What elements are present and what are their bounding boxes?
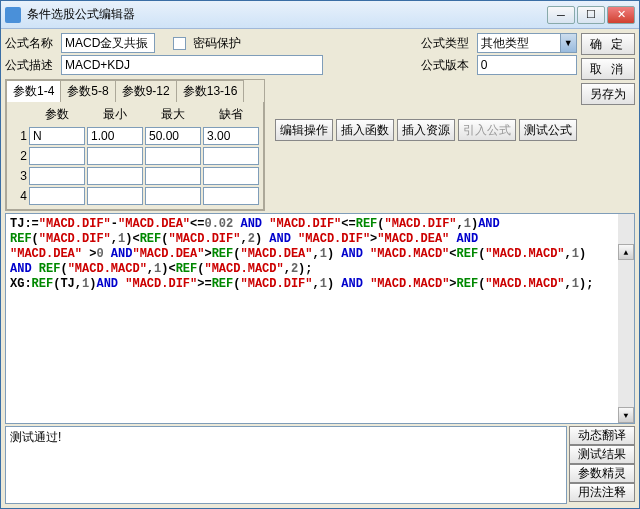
param-header: 参数 bbox=[29, 106, 85, 125]
param-rownum: 2 bbox=[11, 149, 27, 163]
param-min-input[interactable] bbox=[87, 147, 143, 165]
param-min-input[interactable] bbox=[87, 127, 143, 145]
param-tab[interactable]: 参数9-12 bbox=[115, 80, 177, 102]
param-min-input[interactable] bbox=[87, 167, 143, 185]
test-formula-button[interactable]: 测试公式 bbox=[519, 119, 577, 141]
param-tab[interactable]: 参数13-16 bbox=[176, 80, 245, 102]
scroll-up-icon[interactable]: ▲ bbox=[618, 244, 634, 260]
param-rownum: 4 bbox=[11, 189, 27, 203]
param-rownum: 3 bbox=[11, 169, 27, 183]
param-wizard-button[interactable]: 参数精灵 bbox=[569, 464, 635, 483]
param-def-input[interactable] bbox=[203, 167, 259, 185]
edit-op-button[interactable]: 编辑操作 bbox=[275, 119, 333, 141]
param-max-input[interactable] bbox=[145, 167, 201, 185]
minimize-button[interactable]: ─ bbox=[547, 6, 575, 24]
param-header: 最小 bbox=[87, 106, 143, 125]
scrollbar[interactable]: ▲ ▼ bbox=[618, 214, 634, 423]
dynamic-translate-button[interactable]: 动态翻译 bbox=[569, 426, 635, 445]
maximize-button[interactable]: ☐ bbox=[577, 6, 605, 24]
code-editor[interactable]: TJ:="MACD.DIF"-"MACD.DEA"<=0.02 AND "MAC… bbox=[5, 213, 635, 424]
name-input[interactable] bbox=[61, 33, 155, 53]
import-formula-button[interactable]: 引入公式 bbox=[458, 119, 516, 141]
type-label: 公式类型 bbox=[421, 35, 473, 52]
password-checkbox[interactable] bbox=[173, 37, 186, 50]
param-max-input[interactable] bbox=[145, 127, 201, 145]
version-input[interactable] bbox=[477, 55, 577, 75]
cancel-button[interactable]: 取 消 bbox=[581, 58, 635, 80]
param-tab[interactable]: 参数5-8 bbox=[60, 80, 115, 102]
scroll-down-icon[interactable]: ▼ bbox=[618, 407, 634, 423]
param-max-input[interactable] bbox=[145, 187, 201, 205]
close-button[interactable]: ✕ bbox=[607, 6, 635, 24]
name-label: 公式名称 bbox=[5, 35, 57, 52]
param-header: 最大 bbox=[145, 106, 201, 125]
desc-label: 公式描述 bbox=[5, 57, 57, 74]
param-name-input[interactable] bbox=[29, 127, 85, 145]
editor-window: 条件选股公式编辑器 ─ ☐ ✕ 公式名称 密码保护 公式类型 ▼ bbox=[0, 0, 640, 509]
param-name-input[interactable] bbox=[29, 147, 85, 165]
param-def-input[interactable] bbox=[203, 147, 259, 165]
insert-func-button[interactable]: 插入函数 bbox=[336, 119, 394, 141]
param-tab[interactable]: 参数1-4 bbox=[6, 80, 61, 102]
usage-note-button[interactable]: 用法注释 bbox=[569, 483, 635, 502]
version-label: 公式版本 bbox=[421, 57, 473, 74]
param-name-input[interactable] bbox=[29, 167, 85, 185]
app-icon bbox=[5, 7, 21, 23]
param-def-input[interactable] bbox=[203, 187, 259, 205]
window-title: 条件选股公式编辑器 bbox=[27, 6, 547, 23]
saveas-button[interactable]: 另存为 bbox=[581, 83, 635, 105]
param-header: 缺省 bbox=[203, 106, 259, 125]
type-combo[interactable] bbox=[477, 33, 577, 53]
param-rownum: 1 bbox=[11, 129, 27, 143]
ok-button[interactable]: 确 定 bbox=[581, 33, 635, 55]
password-label: 密码保护 bbox=[193, 35, 241, 52]
param-name-input[interactable] bbox=[29, 187, 85, 205]
param-tabs: 参数1-4参数5-8参数9-12参数13-16 参数最小最大缺省1234 bbox=[5, 79, 265, 211]
param-def-input[interactable] bbox=[203, 127, 259, 145]
desc-input[interactable] bbox=[61, 55, 323, 75]
test-result-button[interactable]: 测试结果 bbox=[569, 445, 635, 464]
titlebar[interactable]: 条件选股公式编辑器 ─ ☐ ✕ bbox=[1, 1, 639, 29]
status-output: 测试通过! bbox=[5, 426, 567, 504]
param-min-input[interactable] bbox=[87, 187, 143, 205]
param-max-input[interactable] bbox=[145, 147, 201, 165]
insert-res-button[interactable]: 插入资源 bbox=[397, 119, 455, 141]
status-text: 测试通过! bbox=[10, 430, 61, 444]
